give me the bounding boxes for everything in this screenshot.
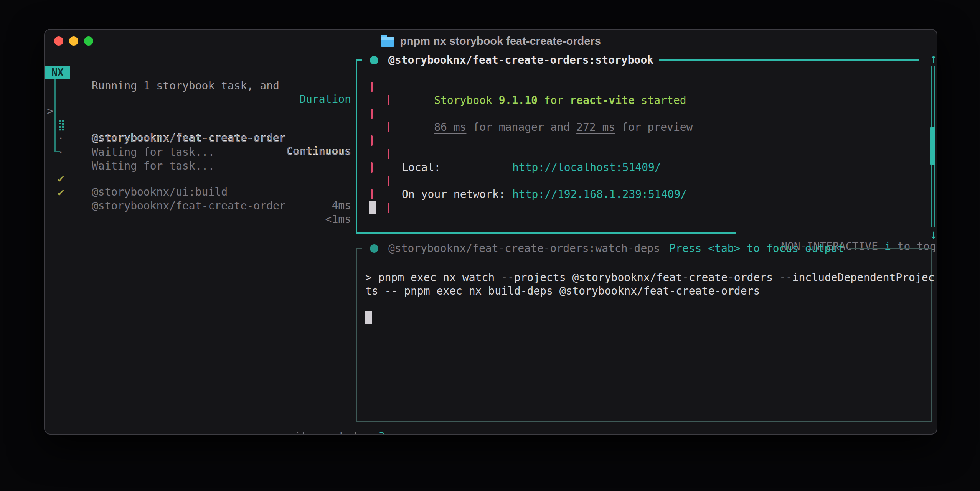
storybook-panel-title: @storybooknx/feat-create-orders:storyboo… <box>388 53 653 67</box>
watch-deps-panel-title: @storybooknx/feat-create-orders:watch-de… <box>388 242 660 255</box>
completed-task-row[interactable]: ✔ @storybooknx/feat-create-order <1ms <box>45 172 352 186</box>
window-title: pnpm nx storybook feat-create-orders <box>400 35 601 48</box>
pending-dot-icon: · <box>58 146 64 159</box>
panel-border-line <box>849 248 932 249</box>
output-bar <box>371 82 373 92</box>
task-row[interactable]: · Waiting for task... <box>45 132 352 146</box>
panel-border-left <box>356 248 357 422</box>
terminal-cursor <box>365 311 372 324</box>
completed-task-row[interactable]: ✔ @storybooknx/ui:build 4ms <box>45 158 352 172</box>
output-bar <box>371 189 373 199</box>
panel-border-left <box>356 59 357 234</box>
keybinding-footer: quit: q help: ? <box>243 416 385 435</box>
storybook-version: 9.1.10 <box>499 94 538 107</box>
panel-border-bottom <box>356 421 932 422</box>
scrollbar-thumb[interactable] <box>930 127 935 165</box>
output-bar <box>371 162 373 173</box>
check-icon: ✔ <box>58 186 64 199</box>
output-bar <box>371 109 373 119</box>
task-name: @storybooknx/ui:build <box>92 185 228 199</box>
help-label: help: <box>327 430 378 435</box>
output-bar <box>388 122 389 132</box>
running-dot-icon <box>370 244 378 253</box>
task-name: @storybooknx/feat-create-order <box>92 199 286 213</box>
task-row[interactable]: · Waiting for task... <box>45 119 352 132</box>
watch-command-line: > pnpm exec nx watch --projects @storybo… <box>365 271 934 284</box>
scroll-up-icon[interactable]: ↑ <box>926 51 937 65</box>
output-bar <box>371 135 373 146</box>
local-url-link[interactable]: http://localhost:51409/ <box>512 161 661 174</box>
task-status: Continuous <box>286 145 351 158</box>
storybook-timing-line: 86 ms for manager and 272 ms for preview <box>395 107 693 120</box>
started-text: started <box>635 94 686 107</box>
task-list-header: Running 1 storybook task, and Duration <box>45 66 352 79</box>
started-text: Storybook <box>434 94 499 107</box>
watch-command-line: ts -- pnpm exec nx build-deps @storybook… <box>365 284 760 298</box>
task-duration: 4ms <box>332 199 351 212</box>
preview-time: 272 ms <box>576 121 615 133</box>
output-bar <box>388 95 389 105</box>
scroll-down-icon[interactable]: ↓ <box>926 227 937 241</box>
output-bar <box>388 149 389 159</box>
quit-label: quit: <box>281 430 320 435</box>
folder-icon <box>381 37 394 47</box>
task-duration: <1ms <box>325 213 351 226</box>
network-url-link[interactable]: http://192.168.1.239:51409/ <box>512 188 687 201</box>
started-text: for <box>538 94 570 107</box>
network-label: On your network: <box>402 188 505 201</box>
panel-border-bottom <box>356 232 736 234</box>
storybook-panel-header[interactable]: @storybooknx/feat-create-orders:storyboo… <box>356 53 919 67</box>
title-wrap: pnpm nx storybook feat-create-orders <box>45 34 937 48</box>
local-label: Local: <box>402 161 441 174</box>
storybook-framework: react-vite <box>570 94 635 107</box>
task-name: Waiting for task... <box>92 145 214 159</box>
timing-text: for manager and <box>466 121 576 133</box>
terminal-window: pnpm nx storybook feat-create-orders NX … <box>44 29 937 435</box>
quit-key: q <box>320 430 327 435</box>
watch-deps-panel-header[interactable]: @storybooknx/feat-create-orders:watch-de… <box>356 242 932 255</box>
storybook-started-line: Storybook 9.1.10 for react-vite started <box>395 80 686 94</box>
running-dot-icon <box>370 56 378 64</box>
output-bar <box>388 203 389 213</box>
help-key: ? <box>378 430 385 435</box>
manager-time: 86 ms <box>434 121 466 133</box>
output-bar <box>388 176 389 186</box>
task-row[interactable]: > ⣻ @storybooknx/feat-create-order Conti… <box>45 91 352 104</box>
desktop: pnpm nx storybook feat-create-orders NX … <box>0 0 980 491</box>
focus-hint: Press <tab> to focus output <box>669 242 844 255</box>
titlebar[interactable]: pnpm nx storybook feat-create-orders <box>45 30 937 51</box>
running-status-label: Running 1 storybook task, and <box>92 79 279 92</box>
timing-text: for preview <box>615 121 693 133</box>
task-row[interactable]: ⣽ @storybooknx/feat-create-order Continu… <box>45 105 352 118</box>
terminal-cursor <box>369 201 376 214</box>
panel-border-line <box>659 59 919 61</box>
